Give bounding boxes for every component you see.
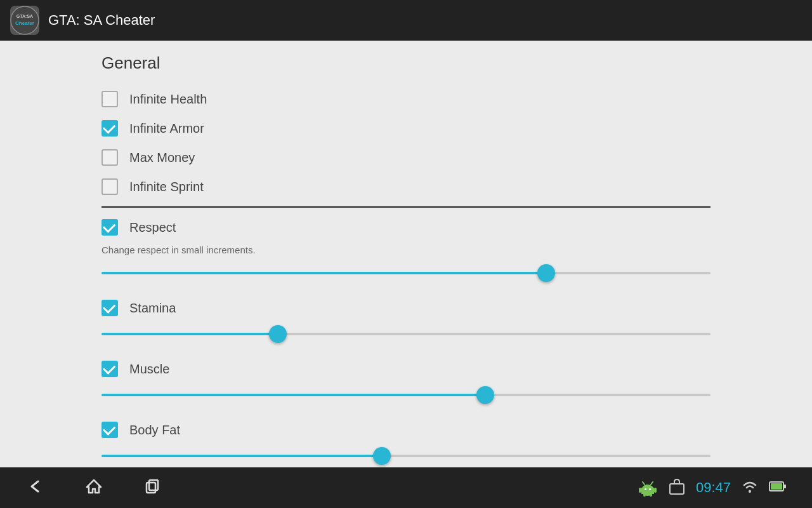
svg-rect-16 <box>670 484 684 494</box>
svg-text:Cheater: Cheater <box>15 20 34 26</box>
checkbox-item-respect[interactable]: Respect <box>102 213 710 242</box>
bottom-bar: 09:47 <box>0 467 812 508</box>
label-muscle: Muscle <box>129 362 169 377</box>
respect-thumb[interactable] <box>537 264 555 282</box>
checkbox-infinite-health[interactable] <box>102 91 118 107</box>
checkbox-item-infinite-armor[interactable]: Infinite Armor <box>102 114 710 143</box>
svg-rect-15 <box>654 488 657 493</box>
label-respect: Respect <box>129 220 176 235</box>
svg-point-11 <box>649 488 651 490</box>
wifi-icon <box>741 479 759 496</box>
checkboxes-container: Infinite Health Infinite Armor Max Money… <box>102 84 710 201</box>
checkbox-item-body-fat[interactable]: Body Fat <box>102 415 710 444</box>
svg-rect-13 <box>650 493 652 497</box>
label-infinite-health: Infinite Health <box>129 92 207 107</box>
muscle-thumb[interactable] <box>476 386 494 404</box>
svg-line-9 <box>651 482 653 485</box>
checkbox-item-stamina[interactable]: Stamina <box>102 293 710 323</box>
svg-marker-3 <box>87 480 101 493</box>
checkbox-max-money[interactable] <box>102 149 118 166</box>
main-content: General Infinite Health Infinite Armor M… <box>0 41 812 467</box>
svg-rect-19 <box>771 483 782 490</box>
home-button[interactable] <box>84 476 104 499</box>
label-max-money: Max Money <box>129 150 195 165</box>
app-title: GTA: SA Cheater <box>48 12 155 29</box>
label-body-fat: Body Fat <box>129 423 180 438</box>
respect-helper-text: Change respect in small increments. <box>102 244 710 255</box>
back-button[interactable] <box>25 476 46 499</box>
body-fat-track-fill <box>102 455 382 457</box>
checkbox-respect[interactable] <box>102 219 118 236</box>
status-time: 09:47 <box>696 479 731 496</box>
checkbox-muscle[interactable] <box>102 361 118 377</box>
label-infinite-armor: Infinite Armor <box>129 121 204 136</box>
svg-rect-12 <box>643 493 646 497</box>
svg-rect-7 <box>641 488 654 494</box>
svg-rect-5 <box>149 480 158 490</box>
checkbox-infinite-sprint[interactable] <box>102 178 118 195</box>
checkbox-body-fat[interactable] <box>102 422 118 438</box>
section-title: General <box>102 53 710 73</box>
slider-section-body-fat: Body Fat <box>102 415 710 467</box>
stamina-track-fill <box>102 333 278 335</box>
checkbox-item-max-money[interactable]: Max Money <box>102 143 710 172</box>
label-infinite-sprint: Infinite Sprint <box>129 180 204 194</box>
body-fat-thumb[interactable] <box>373 447 391 465</box>
checkbox-item-muscle[interactable]: Muscle <box>102 354 710 384</box>
slider-section-muscle: Muscle <box>102 354 710 406</box>
checkbox-item-infinite-health[interactable]: Infinite Health <box>102 84 710 114</box>
muscle-slider[interactable] <box>102 384 710 406</box>
svg-text:GTA:SA: GTA:SA <box>16 14 33 18</box>
svg-line-8 <box>643 482 645 485</box>
muscle-track-fill <box>102 394 485 396</box>
app-bar: GTA:SA Cheater GTA: SA Cheater <box>0 0 812 41</box>
svg-rect-20 <box>783 485 786 488</box>
label-stamina: Stamina <box>129 301 176 316</box>
recents-button[interactable] <box>142 476 162 499</box>
svg-rect-4 <box>147 483 155 493</box>
respect-slider[interactable] <box>102 262 710 284</box>
body-fat-slider[interactable] <box>102 444 710 467</box>
section-divider <box>102 206 710 208</box>
svg-rect-14 <box>639 488 641 493</box>
slider-section-respect: Respect Change respect in small incremen… <box>102 213 710 284</box>
respect-track-fill <box>102 272 546 274</box>
store-icon[interactable] <box>668 478 686 498</box>
svg-point-17 <box>749 490 751 493</box>
android-icon <box>638 478 658 498</box>
stamina-slider[interactable] <box>102 323 710 345</box>
slider-section-stamina: Stamina <box>102 293 710 345</box>
checkbox-stamina[interactable] <box>102 300 118 316</box>
app-logo: GTA:SA Cheater <box>10 6 39 35</box>
battery-icon <box>769 479 787 496</box>
checkbox-infinite-armor[interactable] <box>102 120 118 137</box>
checkbox-item-infinite-sprint[interactable]: Infinite Sprint <box>102 172 710 201</box>
svg-point-10 <box>645 488 646 490</box>
stamina-thumb[interactable] <box>269 325 287 343</box>
